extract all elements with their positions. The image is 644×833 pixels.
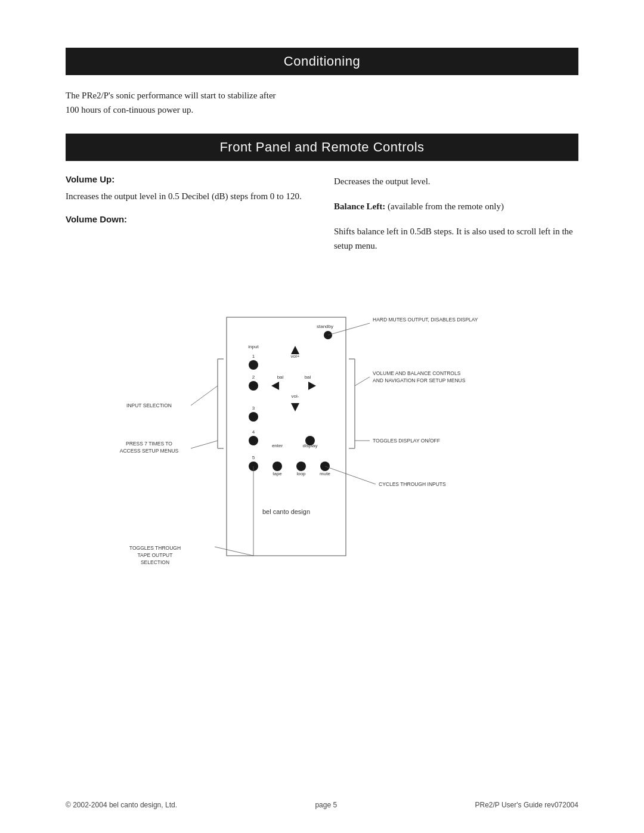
svg-text:HARD MUTES OUTPUT, DISABLES DI: HARD MUTES OUTPUT, DISABLES DISPLAY <box>373 317 478 323</box>
svg-line-45 <box>191 441 218 448</box>
svg-line-40 <box>355 377 370 386</box>
svg-text:3: 3 <box>252 405 255 411</box>
svg-point-19 <box>249 436 258 445</box>
svg-point-26 <box>296 462 306 471</box>
svg-text:input: input <box>248 344 259 349</box>
volume-down-text: Decreases the output level. <box>334 174 578 188</box>
balance-left-desc: Balance Left: (available from the remote… <box>334 199 578 213</box>
svg-text:vol+: vol+ <box>291 354 300 359</box>
volume-up-label: Volume Up: <box>66 174 310 184</box>
footer-guide: PRe2/P User's Guide rev072004 <box>475 801 578 809</box>
svg-text:bal: bal <box>277 374 284 380</box>
svg-text:5: 5 <box>252 455 255 460</box>
panel-diagram: standby input 1 vol+ 2 bal bal vol- <box>95 281 549 627</box>
conditioning-body: The PRe2/P's sonic performance will star… <box>66 88 280 117</box>
front-panel-header: Front Panel and Remote Controls <box>66 134 578 161</box>
diagram-container: standby input 1 vol+ 2 bal bal vol- <box>66 281 578 627</box>
svg-text:TOGGLES DISPLAY ON/OFF: TOGGLES DISPLAY ON/OFF <box>373 438 440 444</box>
svg-text:standby: standby <box>317 324 333 329</box>
svg-text:INPUT SELECTION: INPUT SELECTION <box>126 402 172 408</box>
svg-text:ACCESS SETUP MENUS: ACCESS SETUP MENUS <box>120 448 179 454</box>
svg-text:vol-: vol- <box>292 394 299 399</box>
balance-left-qualifier-text: (available from the remote only) <box>388 202 504 211</box>
svg-text:SELECTION: SELECTION <box>141 559 169 565</box>
svg-text:PRESS 7 TIMES TO: PRESS 7 TIMES TO <box>126 441 172 447</box>
svg-point-25 <box>273 462 282 471</box>
svg-text:loop: loop <box>296 471 306 476</box>
footer-page: page 5 <box>315 801 337 809</box>
volume-down-label: Volume Down: <box>66 214 310 224</box>
col-left: Volume Up: Increases the output level in… <box>66 174 310 264</box>
svg-text:TOGGLES THROUGH: TOGGLES THROUGH <box>129 545 181 551</box>
balance-left-label: Balance Left: <box>334 202 385 211</box>
svg-text:enter: enter <box>272 443 283 448</box>
footer-copyright: © 2002-2004 bel canto design, Ltd. <box>66 801 177 809</box>
volume-up-text: Increases the output level in 0.5 Decibe… <box>66 189 310 203</box>
svg-point-5 <box>249 360 258 370</box>
svg-line-43 <box>191 386 218 405</box>
footer: © 2002-2004 bel canto design, Ltd. page … <box>66 801 578 809</box>
balance-left-text: Shifts balance left in 0.5dB steps. It i… <box>334 224 578 253</box>
svg-text:mute: mute <box>320 471 330 476</box>
svg-text:TAPE OUTPUT: TAPE OUTPUT <box>138 552 173 558</box>
svg-text:2: 2 <box>252 374 255 380</box>
conditioning-header: Conditioning <box>66 48 578 75</box>
col-right: Decreases the output level. Balance Left… <box>334 174 578 264</box>
svg-text:bel canto design: bel canto design <box>262 508 310 515</box>
svg-point-17 <box>249 412 258 422</box>
svg-point-9 <box>249 381 258 391</box>
svg-text:VOLUME AND BALANCE CONTROLS: VOLUME AND BALANCE CONTROLS <box>373 370 461 376</box>
page: Conditioning The PRe2/P's sonic performa… <box>0 0 644 833</box>
svg-text:1: 1 <box>252 354 255 359</box>
svg-text:bal: bal <box>305 374 311 380</box>
svg-text:AND NAVIGATION FOR SETUP MENUS: AND NAVIGATION FOR SETUP MENUS <box>373 377 466 383</box>
svg-rect-0 <box>227 317 346 556</box>
svg-text:4: 4 <box>252 429 255 435</box>
svg-point-22 <box>305 436 315 445</box>
svg-text:CYCLES THROUGH INPUTS: CYCLES THROUGH INPUTS <box>379 481 446 487</box>
svg-text:tape: tape <box>273 471 282 476</box>
content-two-col: Volume Up: Increases the output level in… <box>66 174 578 264</box>
